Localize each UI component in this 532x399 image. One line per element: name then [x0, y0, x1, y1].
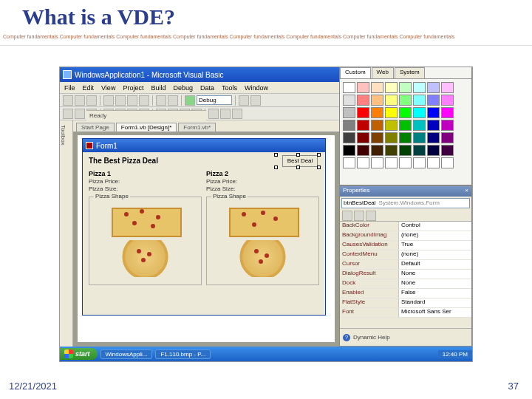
alphabetical-icon[interactable] — [354, 211, 364, 221]
property-row[interactable]: BackgroundImag(none) — [340, 231, 471, 241]
color-swatch[interactable] — [371, 120, 383, 131]
menu-build[interactable]: Build — [151, 84, 166, 92]
toolbar-button[interactable] — [208, 109, 219, 119]
menu-debug[interactable]: Debug — [173, 84, 193, 92]
property-row[interactable]: EnabledFalse — [340, 289, 471, 299]
selection-handle[interactable] — [296, 166, 300, 169]
color-tab-custom[interactable]: Custom — [340, 67, 371, 78]
color-swatch[interactable] — [427, 132, 440, 143]
color-swatch[interactable] — [343, 95, 355, 106]
menu-project[interactable]: Project — [123, 84, 143, 92]
taskbar-item[interactable]: WindowsAppli... — [100, 349, 153, 359]
color-swatch[interactable] — [441, 95, 454, 106]
color-swatch[interactable] — [427, 82, 440, 93]
color-swatch[interactable] — [413, 107, 426, 118]
color-swatch[interactable] — [343, 132, 355, 143]
property-row[interactable]: FlatStyleStandard — [340, 299, 471, 308]
form1-window[interactable]: Form1 The Best Pizza Deal Best Deal Pizz… — [82, 138, 326, 316]
property-value[interactable]: None — [399, 270, 471, 279]
properties-object-combo[interactable]: btnBestDeal System.Windows.Form — [341, 198, 470, 208]
toolbox-panel[interactable]: Toolbox — [60, 120, 73, 347]
config-combo[interactable]: Debug — [197, 95, 232, 105]
property-value[interactable]: Default — [399, 260, 471, 269]
color-swatch[interactable] — [413, 95, 426, 106]
close-icon[interactable]: × — [465, 187, 468, 196]
menu-window[interactable]: Window — [245, 84, 268, 92]
color-swatch[interactable] — [357, 120, 369, 131]
tab-design[interactable]: Form1.vb [Design]* — [116, 123, 177, 132]
toolbar-button[interactable] — [156, 95, 166, 106]
toolbar-button[interactable] — [239, 95, 249, 106]
color-swatch[interactable] — [441, 120, 454, 131]
design-surface[interactable]: Form1 The Best Pizza Deal Best Deal Pizz… — [78, 135, 335, 342]
color-swatch[interactable] — [357, 82, 369, 93]
color-swatch[interactable] — [413, 132, 426, 143]
toolbar-button[interactable] — [168, 95, 178, 106]
property-row[interactable]: DockNone — [340, 279, 471, 289]
color-swatch[interactable] — [413, 157, 426, 168]
best-deal-button[interactable]: Best Deal — [282, 155, 318, 167]
color-swatch[interactable] — [357, 107, 369, 118]
color-swatch[interactable] — [399, 82, 412, 93]
color-swatch[interactable] — [343, 120, 355, 131]
toolbar-button[interactable] — [139, 95, 149, 106]
selection-handle[interactable] — [317, 153, 321, 157]
property-value[interactable]: False — [399, 289, 471, 298]
toolbar-button[interactable] — [232, 109, 242, 119]
color-swatch[interactable] — [399, 120, 412, 131]
color-swatch[interactable] — [427, 107, 440, 118]
toolbar-button[interactable] — [115, 95, 126, 106]
property-value[interactable]: None — [399, 279, 471, 288]
color-tab-web[interactable]: Web — [372, 67, 394, 78]
system-tray-clock[interactable]: 12:40 PM — [438, 350, 472, 358]
color-swatch[interactable] — [399, 107, 412, 118]
color-swatch[interactable] — [343, 107, 355, 118]
color-swatch[interactable] — [399, 132, 412, 143]
menu-view[interactable]: View — [101, 84, 115, 92]
color-swatch[interactable] — [427, 145, 440, 156]
property-value[interactable]: Standard — [399, 299, 471, 307]
taskbar-item[interactable]: F1.110.bmp - P... — [155, 349, 211, 359]
color-swatch[interactable] — [385, 132, 398, 143]
color-swatch[interactable] — [371, 132, 383, 143]
color-tab-system[interactable]: System — [395, 67, 425, 78]
color-swatch[interactable] — [371, 157, 383, 168]
color-swatch[interactable] — [343, 82, 355, 93]
menu-file[interactable]: File — [64, 84, 75, 92]
start-button[interactable]: start — [60, 348, 98, 360]
color-swatch[interactable] — [357, 132, 369, 143]
color-swatch[interactable] — [441, 107, 454, 118]
color-swatch[interactable] — [357, 145, 369, 156]
property-row[interactable]: DialogResultNone — [340, 270, 471, 279]
property-value[interactable]: (none) — [399, 250, 471, 259]
color-swatch[interactable] — [371, 107, 383, 118]
color-swatch[interactable] — [441, 82, 454, 93]
color-swatch[interactable] — [357, 95, 369, 106]
toolbar-button[interactable] — [127, 95, 137, 106]
color-swatch[interactable] — [371, 82, 383, 93]
color-swatch[interactable] — [385, 157, 398, 168]
toolbar-button[interactable] — [75, 95, 85, 106]
color-swatch[interactable] — [413, 145, 426, 156]
toolbar-button[interactable] — [220, 109, 231, 119]
color-swatch[interactable] — [399, 157, 412, 168]
tab-start-page[interactable]: Start Page — [76, 123, 115, 132]
property-row[interactable]: CursorDefault — [340, 260, 471, 270]
selection-handle[interactable] — [274, 166, 278, 169]
menu-edit[interactable]: Edit — [83, 84, 95, 92]
color-swatch[interactable] — [427, 157, 440, 168]
props-pages-icon[interactable] — [366, 211, 376, 221]
toolbar-button[interactable] — [63, 109, 73, 119]
color-swatch[interactable] — [427, 120, 440, 131]
property-value[interactable]: Microsoft Sans Ser — [399, 308, 471, 317]
selection-handle[interactable] — [296, 153, 300, 157]
color-swatch[interactable] — [371, 95, 383, 106]
color-swatch[interactable] — [385, 95, 398, 106]
color-swatch[interactable] — [343, 157, 355, 168]
tab-code[interactable]: Form1.vb* — [178, 123, 216, 132]
color-swatch[interactable] — [441, 157, 454, 168]
menu-data[interactable]: Data — [200, 84, 214, 92]
color-swatch[interactable] — [343, 145, 355, 156]
menu-tools[interactable]: Tools — [222, 84, 237, 92]
dynamic-help-bar[interactable]: ? Dynamic Help — [340, 328, 471, 346]
